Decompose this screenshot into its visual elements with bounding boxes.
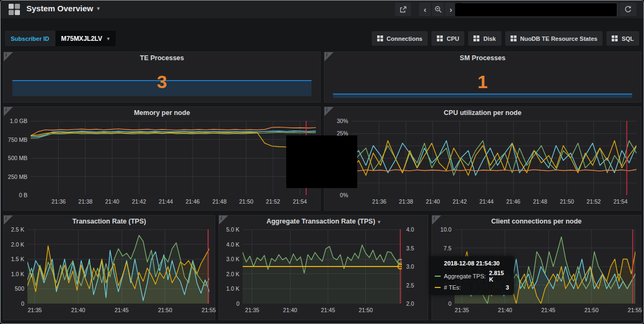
y-axis-label: 4.0 K	[221, 241, 239, 248]
dashboards-grid-icon	[437, 35, 443, 41]
dashboards-grid-icon	[612, 35, 618, 41]
chart-plot-area[interactable]	[351, 121, 636, 195]
x-axis-label: 21:46	[501, 198, 525, 205]
y-axis-label: 500 MB	[6, 155, 27, 161]
x-axis-label: 21:54	[608, 198, 632, 205]
dashboard-link-nuodb-te-resource-states[interactable]: NuoDB TE Resource States	[505, 31, 603, 46]
x-axis-label: 21:55	[623, 307, 644, 313]
dashboard-title-dropdown[interactable]: System Overview ▾	[26, 4, 100, 13]
chart-plot-area[interactable]	[27, 229, 209, 304]
memory-chart[interactable]: 1.0 GB750 MB500 MB250 MB0 B21:3621:3821:…	[6, 121, 319, 209]
redacted-time-range	[455, 3, 617, 16]
chevron-right-icon: ›	[450, 5, 452, 13]
x-axis-label: 21:40	[101, 198, 124, 205]
x-axis-label: 21:50	[235, 198, 258, 205]
right-y-axis-label: 4.0	[406, 226, 414, 233]
subscriber-id-dropdown[interactable]: M75MXJL2LV ▾	[55, 31, 116, 46]
chevron-left-icon: ‹	[424, 5, 427, 13]
y-axis-label: 0	[6, 300, 24, 307]
caret-down-icon: ▾	[97, 5, 100, 11]
right-y-axis-label: 2.5	[406, 282, 414, 289]
panel-title-memory-per-node[interactable]: Memory per node	[4, 107, 320, 119]
dashboard-link-disk[interactable]: Disk	[468, 31, 501, 46]
template-variable-group: Subscriber ID M75MXJL2LV ▾	[5, 31, 116, 46]
top-navbar: System Overview ▾ ‹	[1, 1, 643, 18]
x-axis-label: 21:48	[528, 198, 552, 205]
sm-processes-value: 1	[324, 71, 641, 92]
y-axis-label: 7.5	[434, 245, 451, 251]
dashboard-link-sql[interactable]: SQL	[606, 31, 639, 46]
x-axis-label: 21:35	[450, 307, 473, 313]
y-axis-label: 1.0 K	[6, 271, 24, 277]
grafana-dashboard: System Overview ▾ ‹	[0, 0, 644, 324]
series-color-dash	[435, 287, 441, 288]
y-axis-label: 0 B	[6, 192, 27, 198]
y-axis-label: 1.0 GB	[6, 118, 27, 124]
x-axis-label: 21:50	[555, 198, 579, 205]
dashboards-grid-icon	[511, 35, 516, 41]
grafana-logo-icon[interactable]	[8, 3, 20, 16]
dashboard-link-label: NuoDB TE Resource States	[520, 35, 598, 42]
x-axis-label: 21:45	[316, 307, 340, 313]
caret-down-icon: ▾	[378, 219, 380, 225]
panel-aggregate-transaction-rate: i Aggregate Transaction Rate (TPS)▾ 5.0 …	[218, 215, 428, 320]
panel-title-te-processes[interactable]: TE Processes	[4, 52, 320, 64]
graph-tooltip: 2018-12-08 21:54:30 Aggregate TPS: 2.815…	[430, 256, 514, 295]
panel-title-client-connections[interactable]: Client connections per node	[432, 215, 641, 227]
x-axis-label: 21:38	[394, 198, 418, 205]
x-axis-label: 21:36	[367, 198, 391, 205]
y-axis-label: 0	[221, 300, 239, 307]
tooltip-timestamp: 2018-12-08 21:54:30	[435, 260, 509, 267]
y-axis-label: 10.0	[434, 226, 451, 233]
redacted-region	[286, 135, 357, 188]
panel-memory-per-node: i Memory per node 1.0 GB750 MB500 MB250 …	[3, 106, 321, 211]
right-y-axis-label: 3.0	[406, 263, 414, 270]
x-axis-label: 21:45	[110, 307, 133, 313]
x-axis-label: 21:52	[261, 198, 285, 205]
y-axis-label: 1.0 K	[221, 285, 239, 292]
aggregate-tps-chart[interactable]: 5.0 K4.0 K3.0 K2.0 K1.0 K04.03.53.02.52.…	[221, 229, 427, 319]
chart-plot-area[interactable]	[243, 229, 402, 304]
right-y-axis-label: 2.0	[406, 300, 414, 307]
caret-down-icon: ▾	[107, 36, 110, 41]
x-axis-label: 21:50	[579, 307, 603, 313]
x-axis-label: 21:38	[74, 198, 97, 205]
zoom-out-button[interactable]	[432, 3, 444, 16]
x-axis-label: 21:42	[448, 198, 471, 205]
x-axis-label: 21:40	[66, 307, 90, 313]
panel-title-aggregate-transaction-rate[interactable]: Aggregate Transaction Rate (TPS)▾	[219, 215, 428, 227]
x-axis-label: 21:40	[493, 307, 517, 313]
right-y-axis-label: 3.5	[406, 245, 414, 251]
zoom-out-icon	[434, 5, 442, 13]
dashboard-link-cpu[interactable]: CPU	[431, 31, 464, 46]
dashboard-link-connections[interactable]: Connections	[372, 31, 428, 46]
y-axis-label: 30%	[327, 118, 348, 124]
chart-plot-area[interactable]	[31, 121, 316, 195]
panel-te-processes: i TE Processes 3	[3, 52, 321, 103]
panel-title-cpu-utilization[interactable]: CPU utilization per node	[324, 107, 641, 119]
tooltip-row: Aggregate TPS: 2.815 K	[435, 270, 509, 283]
x-axis-label: 21:48	[208, 198, 231, 205]
x-axis-label: 21:44	[475, 198, 498, 205]
panel-title-sm-processes[interactable]: SM Processes	[324, 52, 641, 64]
panel-title-transaction-rate[interactable]: Transaction Rate (TPS)	[4, 215, 215, 227]
x-axis-label: 21:36	[47, 198, 70, 205]
y-axis-label: 750 MB	[6, 136, 27, 143]
panel-cpu-utilization: i CPU utilization per node 30%25%20%15%1…	[324, 106, 641, 211]
y-axis-label: 2.5 K	[6, 226, 24, 233]
x-axis-label: 21:40	[278, 307, 302, 313]
dashboard-link-label: Connections	[387, 35, 423, 42]
x-axis-label: 21:44	[154, 198, 178, 205]
x-axis-label: 21:52	[582, 198, 606, 205]
series-color-dash	[435, 276, 441, 277]
panel-transaction-rate: i Transaction Rate (TPS) 2.5 K2.0 K1.5 K…	[3, 215, 215, 320]
time-back-button[interactable]: ‹	[419, 3, 431, 16]
x-axis-label: 21:50	[354, 307, 378, 313]
sm-sparkline	[333, 93, 632, 98]
dashboard-link-label: SQL	[621, 35, 634, 42]
transaction-rate-chart[interactable]: 2.5 K2.0 K1.5 K1.0 K500021:3521:4021:452…	[6, 229, 214, 319]
share-button[interactable]	[395, 3, 411, 16]
refresh-button[interactable]	[619, 3, 636, 16]
cpu-chart[interactable]: 30%25%20%15%10%5%0%21:3621:3821:4021:422…	[327, 121, 640, 209]
y-axis-label: 5.0 K	[221, 226, 239, 233]
